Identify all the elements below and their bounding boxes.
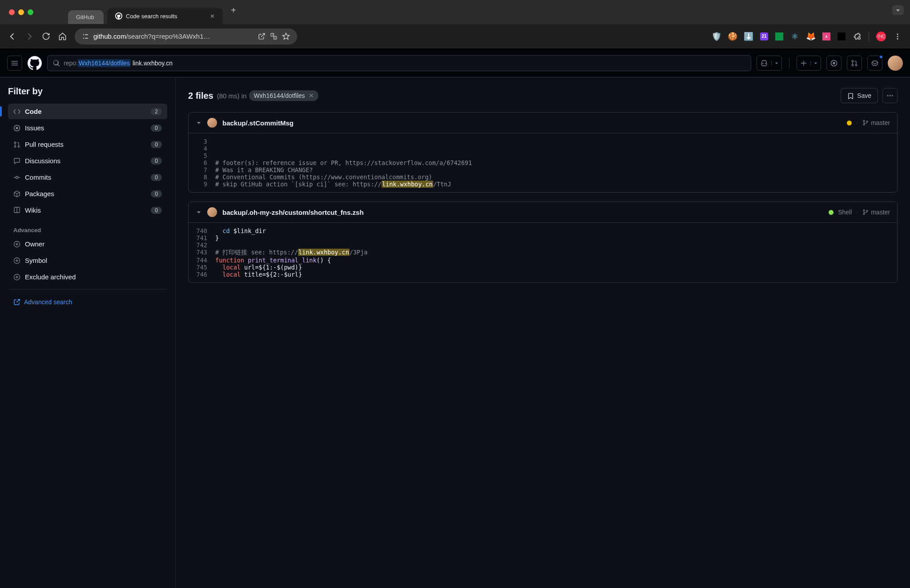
browser-tab-search-results[interactable]: Code search results ✕ [107, 8, 223, 24]
filter-issues[interactable]: Issues 0 [8, 120, 167, 136]
remove-chip-icon[interactable]: ✕ [309, 92, 314, 99]
filter-count: 2 [151, 108, 162, 115]
sidebar-title: Filter by [8, 86, 167, 97]
filter-code[interactable]: Code 2 [8, 104, 167, 119]
close-tab-icon[interactable]: ✕ [210, 13, 215, 20]
tab-overflow-menu[interactable] [892, 5, 904, 15]
window-controls [9, 9, 33, 15]
extensions-puzzle-icon[interactable] [853, 32, 862, 41]
nav-menu-button[interactable] [7, 56, 22, 71]
browser-menu-icon[interactable] [893, 32, 902, 41]
home-button[interactable] [58, 32, 67, 40]
filter-packages[interactable]: Packages 0 [8, 186, 167, 201]
github-search-input[interactable]: repo:Wxh16144/dotfiles link.wxhboy.cn [47, 55, 751, 71]
chevron-down-icon[interactable] [196, 209, 202, 215]
file-path-link[interactable]: backup/.oh-my-zsh/custom/shortcut_fns.zs… [222, 209, 364, 216]
branch-label[interactable]: master [862, 119, 890, 126]
code-snippet[interactable]: 740 cd $link_dir 741} 742 743# 打印链接 see:… [189, 223, 897, 282]
language-label: Shell [838, 209, 852, 216]
filter-owner[interactable]: Owner [8, 236, 167, 252]
filter-label: Packages [25, 190, 54, 197]
filter-discussions[interactable]: Discussions 0 [8, 153, 167, 169]
svg-point-0 [83, 34, 84, 35]
filter-wikis[interactable]: Wikis 0 [8, 202, 167, 218]
address-bar[interactable]: github.com/search?q=repo%3AWxh1… 文A [75, 28, 297, 44]
bookmark-icon [847, 93, 854, 99]
open-in-new-icon[interactable] [258, 32, 266, 40]
notifications-button[interactable] [867, 56, 882, 71]
results-timing: (80 ms) in [217, 92, 247, 100]
new-tab-button[interactable]: + [226, 5, 241, 16]
extension-icon[interactable]: 🍪 [728, 32, 737, 41]
result-header[interactable]: backup/.oh-my-zsh/custom/shortcut_fns.zs… [189, 202, 897, 223]
svg-point-30 [866, 121, 868, 122]
filter-label: Exclude archived [25, 273, 76, 281]
tab-label: GitHub [76, 14, 94, 20]
svg-rect-1 [85, 34, 88, 35]
user-avatar[interactable] [888, 56, 903, 71]
svg-point-9 [762, 63, 764, 64]
line-number: 9 [189, 181, 215, 188]
filter-label: Discussions [25, 157, 60, 165]
results-main: 2 files (80 ms) in Wxh16144/dotfiles ✕ S… [176, 77, 910, 588]
pull-requests-button[interactable] [847, 56, 862, 71]
filter-count: 0 [151, 207, 162, 214]
advanced-search-link[interactable]: Advanced search [8, 289, 167, 310]
nav-back-button[interactable] [8, 32, 17, 41]
site-info-icon[interactable] [82, 33, 89, 40]
line-number: 745 [189, 264, 215, 271]
branch-icon [862, 120, 869, 126]
copilot-button[interactable] [757, 56, 782, 71]
filter-count: 0 [151, 141, 162, 148]
github-header: repo:Wxh16144/dotfiles link.wxhboy.cn [0, 49, 910, 77]
repo-filter-chip[interactable]: Wxh16144/dotfiles ✕ [249, 90, 318, 101]
chevron-down-icon[interactable] [810, 61, 821, 65]
react-devtools-icon[interactable]: ⚛ [790, 32, 799, 41]
calendar-extension-icon[interactable]: 21 [760, 32, 768, 40]
search-highlight: link.wxhboy.cn [298, 249, 350, 256]
svg-point-18 [14, 141, 16, 143]
bookmark-star-icon[interactable] [282, 32, 290, 40]
issues-button[interactable] [826, 56, 842, 71]
repo-owner-avatar [207, 118, 217, 128]
code-snippet[interactable]: 3 4 5 6# footer(s): reference issue or P… [189, 133, 897, 192]
extension-icon[interactable]: 🛡️ [712, 32, 721, 41]
minimize-window-button[interactable] [18, 9, 24, 15]
branch-label[interactable]: master [862, 209, 890, 216]
browser-tab-github[interactable]: GitHub [68, 10, 104, 24]
chevron-down-icon[interactable] [771, 61, 781, 65]
package-icon [13, 190, 20, 197]
extension-icon[interactable]: ᴀ [822, 32, 830, 40]
filter-count: 0 [151, 174, 162, 181]
filter-symbol[interactable]: Symbol [8, 253, 167, 268]
file-path-link[interactable]: backup/.stCommitMsg [222, 119, 294, 127]
github-favicon [115, 12, 122, 20]
filter-label: Symbol [25, 257, 47, 264]
filter-pull-requests[interactable]: Pull requests 0 [8, 137, 167, 152]
create-new-button[interactable] [797, 56, 821, 71]
fullscreen-window-button[interactable] [28, 9, 33, 15]
filter-commits[interactable]: Commits 0 [8, 169, 167, 185]
more-options-button[interactable] [882, 88, 898, 103]
xiaohongshu-icon[interactable]: 小红 [876, 32, 886, 41]
search-query: repo:Wxh16144/dotfiles link.wxhboy.cn [64, 60, 173, 67]
chevron-down-icon[interactable] [196, 120, 202, 126]
filter-exclude-archived[interactable]: Exclude archived [8, 269, 167, 285]
result-header[interactable]: backup/.stCommitMsg · master [189, 113, 897, 133]
save-search-button[interactable]: Save [841, 88, 878, 103]
extension-icon[interactable] [838, 32, 846, 40]
nav-forward-button[interactable] [25, 32, 34, 41]
metamask-icon[interactable]: 🦊 [806, 32, 815, 41]
close-window-button[interactable] [9, 9, 15, 15]
extension-icon[interactable] [775, 32, 783, 40]
extension-icon[interactable]: ⬇️ [744, 32, 753, 41]
svg-point-7 [897, 36, 898, 37]
results-header: 2 files (80 ms) in Wxh16144/dotfiles ✕ S… [188, 88, 898, 103]
translate-icon[interactable]: 文A [270, 32, 278, 40]
filter-label: Issues [25, 124, 44, 132]
line-number: 744 [189, 257, 215, 264]
plus-circle-icon [13, 257, 20, 264]
github-logo-icon[interactable] [28, 56, 42, 70]
search-highlight: link.wxhboy.cn [382, 181, 433, 188]
reload-button[interactable] [42, 32, 50, 40]
